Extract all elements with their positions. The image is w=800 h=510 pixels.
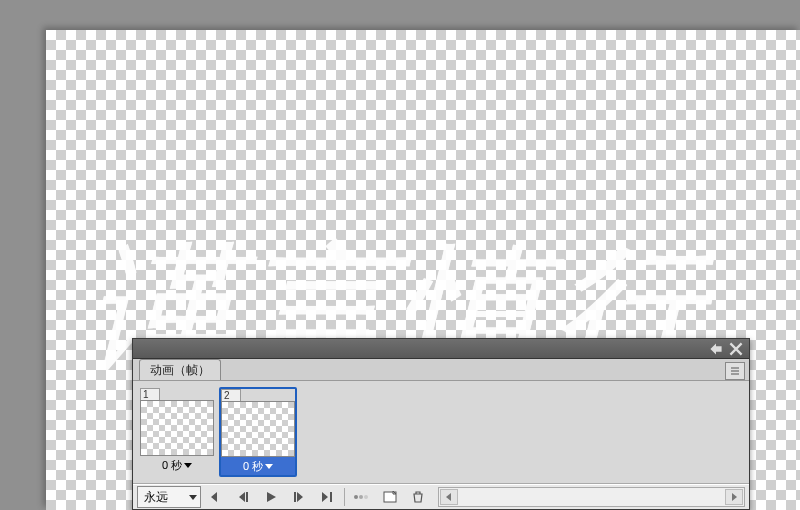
first-frame-button[interactable]: [201, 485, 229, 509]
frame-index: 2: [221, 389, 241, 401]
panel-titlebar[interactable]: [133, 339, 749, 359]
frame-preview: [221, 401, 295, 457]
chevron-down-icon: [265, 464, 273, 469]
prev-frame-button[interactable]: [229, 485, 257, 509]
loop-select[interactable]: 永远: [137, 486, 201, 508]
frame-delay[interactable]: 0 秒: [140, 456, 214, 474]
animation-toolbar: 永远: [133, 484, 749, 509]
frames-strip[interactable]: 1 0 秒 2 0 秒: [133, 381, 749, 484]
next-frame-button[interactable]: [285, 485, 313, 509]
svg-point-2: [364, 495, 368, 499]
chevron-down-icon: [184, 463, 192, 468]
tab-label: 动画（帧）: [150, 362, 210, 379]
panel-menu-button[interactable]: [725, 362, 745, 380]
frame-preview: [140, 400, 214, 456]
last-frame-button[interactable]: [313, 485, 341, 509]
frames-scrollbar[interactable]: [438, 487, 745, 507]
new-frame-button[interactable]: [376, 485, 404, 509]
chevron-down-icon: [189, 495, 197, 500]
frame-delay-label: 0 秒: [162, 458, 182, 473]
tab-animation-frames[interactable]: 动画（帧）: [139, 359, 221, 380]
panel-tabstrip: 动画（帧）: [133, 359, 749, 381]
delete-frame-button[interactable]: [404, 485, 432, 509]
collapse-icon[interactable]: [709, 342, 723, 356]
svg-point-1: [359, 495, 363, 499]
scroll-left-button[interactable]: [440, 489, 458, 505]
loop-label: 永远: [144, 489, 168, 506]
frame-thumb[interactable]: 1 0 秒: [139, 387, 215, 475]
svg-point-0: [354, 495, 358, 499]
toolbar-separator: [344, 488, 345, 506]
tween-button[interactable]: [348, 485, 376, 509]
close-icon[interactable]: [729, 342, 743, 356]
animation-panel: 动画（帧） 1 0 秒 2 0 秒 永远: [132, 338, 750, 510]
frame-delay[interactable]: 0 秒: [221, 457, 295, 475]
play-button[interactable]: [257, 485, 285, 509]
frame-thumb[interactable]: 2 0 秒: [219, 387, 297, 477]
frame-delay-label: 0 秒: [243, 459, 263, 474]
scroll-right-button[interactable]: [725, 489, 743, 505]
frame-index: 1: [140, 388, 160, 400]
